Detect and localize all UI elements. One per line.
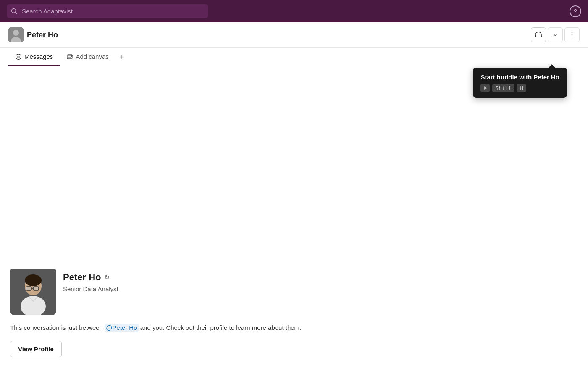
headphone-icon	[534, 31, 543, 39]
user-info: Peter Ho ↻ Senior Data Analyst	[63, 269, 118, 292]
svg-rect-20	[26, 287, 32, 290]
conversation-text-after: and you. Check out their profile to lear…	[139, 324, 302, 331]
tabs: Messages Add canvas +	[0, 48, 588, 66]
svg-point-13	[18, 56, 19, 57]
tooltip-title: Start huddle with Peter Ho	[480, 74, 559, 81]
svg-rect-5	[535, 35, 536, 37]
tab-canvas-label: Add canvas	[76, 53, 108, 60]
conversation-start: Peter Ho ↻ Senior Data Analyst This conv…	[0, 260, 588, 374]
channel-name: Peter Ho	[8, 27, 58, 42]
svg-rect-21	[33, 287, 39, 290]
avatar	[8, 27, 24, 42]
tab-add-icon: +	[120, 53, 124, 61]
view-profile-button[interactable]: View Profile	[10, 341, 62, 357]
tooltip-shortcut: ⌘ Shift H	[480, 84, 559, 92]
user-avatar-large	[10, 269, 56, 315]
svg-point-7	[572, 32, 573, 34]
svg-point-19	[25, 274, 42, 286]
tab-messages[interactable]: Messages	[8, 48, 60, 66]
refresh-icon[interactable]: ↻	[104, 273, 110, 281]
header-actions	[531, 27, 580, 42]
more-options-button[interactable]	[564, 27, 580, 42]
user-name-row: Peter Ho ↻	[63, 272, 118, 283]
page-title: Peter Ho	[27, 31, 58, 40]
search-input-wrapper	[7, 4, 208, 18]
conversation-intro: This conversation is just between @Peter…	[10, 323, 578, 333]
user-display-name: Peter Ho	[63, 272, 101, 283]
canvas-icon	[66, 53, 73, 60]
mention-link[interactable]: @Peter Ho	[105, 324, 138, 332]
svg-point-12	[17, 56, 18, 57]
chevron-down-icon	[552, 32, 559, 38]
user-photo	[10, 269, 56, 315]
conversation-text-before: This conversation is just between	[10, 324, 105, 331]
main-content: Peter Ho ↻ Senior Data Analyst This conv…	[0, 66, 588, 374]
huddle-tooltip: Start huddle with Peter Ho ⌘ Shift H	[473, 68, 567, 98]
user-job-title: Senior Data Analyst	[63, 285, 118, 292]
dropdown-button[interactable]	[548, 27, 563, 42]
search-input[interactable]	[7, 4, 208, 18]
shortcut-modifier: ⌘	[480, 84, 490, 92]
more-options-icon	[568, 31, 576, 39]
svg-point-3	[13, 30, 19, 36]
svg-point-14	[19, 56, 20, 57]
tab-add-button[interactable]: +	[116, 48, 129, 66]
svg-rect-6	[541, 35, 542, 37]
shortcut-key2: H	[517, 84, 526, 92]
search-bar-right: ?	[570, 5, 581, 17]
shortcut-key1: Shift	[492, 84, 514, 92]
huddle-button[interactable]	[531, 27, 546, 42]
svg-point-9	[572, 37, 573, 38]
help-icon[interactable]: ?	[570, 5, 581, 17]
svg-point-8	[572, 34, 573, 36]
tab-canvas[interactable]: Add canvas	[60, 48, 115, 66]
message-icon	[15, 53, 22, 60]
search-bar: ?	[0, 0, 588, 22]
tab-messages-label: Messages	[24, 53, 53, 60]
user-card: Peter Ho ↻ Senior Data Analyst	[10, 269, 578, 315]
tooltip-arrow	[549, 64, 555, 68]
channel-header: Peter Ho Start huddle with Peter	[0, 22, 588, 48]
